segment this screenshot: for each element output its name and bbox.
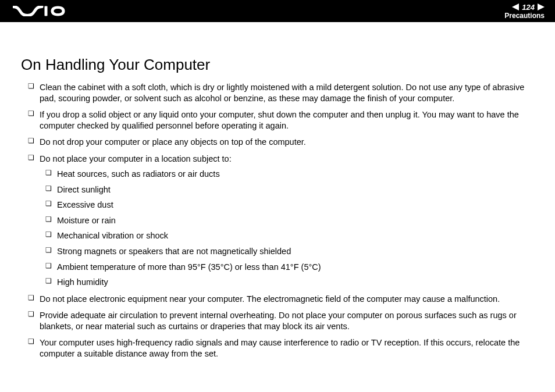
header-right: 124 Precautions: [504, 3, 545, 20]
list-item: Heat sources, such as radiators or air d…: [45, 169, 534, 180]
page-number: 124: [520, 3, 536, 12]
list-item: Strong magnets or speakers that are not …: [45, 246, 534, 257]
page-nav: 124: [512, 3, 545, 12]
svg-rect-0: [45, 6, 48, 16]
list-item: Excessive dust: [45, 199, 534, 211]
next-page-icon[interactable]: [538, 3, 545, 10]
list-item: Your computer uses high-frequency radio …: [28, 337, 534, 359]
page-title: On Handling Your Computer: [21, 56, 534, 74]
page-content: On Handling Your Computer Clean the cabi…: [0, 22, 555, 359]
list-item: If you drop a solid object or any liquid…: [28, 109, 534, 131]
list-item-text: Do not place your computer in a location…: [40, 154, 232, 163]
list-item: Mechanical vibration or shock: [45, 230, 534, 241]
list-item: High humidity: [45, 277, 534, 288]
page-header: 124 Precautions: [0, 0, 555, 22]
vaio-logo: [13, 6, 65, 16]
section-name: Precautions: [504, 12, 545, 20]
list-item: Provide adequate air circulation to prev…: [28, 310, 534, 332]
list-item: Direct sunlight: [45, 184, 534, 195]
list-item: Ambient temperature of more than 95°F (3…: [45, 262, 534, 273]
list-item: Moisture or rain: [45, 215, 534, 226]
list-item: Do not place electronic equipment near y…: [28, 294, 534, 305]
bullet-list: Clean the cabinet with a soft cloth, whi…: [21, 82, 534, 359]
sub-list: Heat sources, such as radiators or air d…: [40, 169, 534, 287]
list-item: Clean the cabinet with a soft cloth, whi…: [28, 82, 534, 104]
list-item: Do not drop your computer or place any o…: [28, 137, 534, 148]
prev-page-icon[interactable]: [512, 3, 519, 10]
list-item: Do not place your computer in a location…: [28, 154, 534, 288]
